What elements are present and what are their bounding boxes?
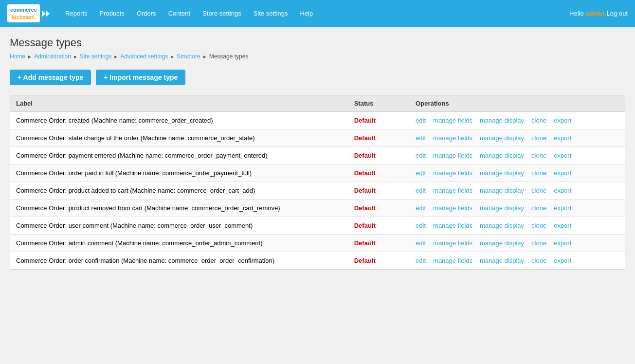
op-manage-display-link[interactable]: manage display xyxy=(480,204,524,212)
nav-orders[interactable]: Orders xyxy=(132,7,161,20)
op-export-link[interactable]: export xyxy=(554,257,571,264)
op-export-link[interactable]: export xyxy=(554,134,571,142)
op-clone-link[interactable]: clone xyxy=(531,169,546,177)
row-machine-name: (Machine name: commerce_order_admin_comm… xyxy=(115,239,263,247)
svg-marker-0 xyxy=(42,10,46,17)
op-manage-display-link[interactable]: manage display xyxy=(480,169,524,177)
label-cell: Commerce Order: order confirmation (Mach… xyxy=(10,252,348,270)
breadcrumb-home[interactable]: Home xyxy=(10,53,25,60)
row-label: Commerce Order: payment entered xyxy=(16,152,116,159)
status-cell: Default xyxy=(348,200,410,217)
status-badge: Default xyxy=(354,257,376,264)
op-manage-display-link[interactable]: manage display xyxy=(480,134,524,142)
op-manage-display-link[interactable]: manage display xyxy=(480,239,524,247)
op-manage-fields-link[interactable]: manage fields xyxy=(433,222,472,229)
op-clone-link[interactable]: clone xyxy=(531,257,546,264)
nav-reports[interactable]: Reports xyxy=(60,7,92,20)
add-message-type-button[interactable]: + Add message type xyxy=(10,70,91,85)
logout-link[interactable]: Log out xyxy=(607,10,628,17)
operations-cell: editmanage fieldsmanage displaycloneexpo… xyxy=(410,129,625,147)
op-clone-link[interactable]: clone xyxy=(531,117,546,124)
op-manage-fields-link[interactable]: manage fields xyxy=(433,152,472,159)
op-edit-link[interactable]: edit xyxy=(416,257,426,264)
status-cell: Default xyxy=(348,182,410,200)
op-edit-link[interactable]: edit xyxy=(416,187,426,194)
op-manage-fields-link[interactable]: manage fields xyxy=(433,169,472,177)
breadcrumb-structure[interactable]: Structure xyxy=(177,53,200,60)
op-export-link[interactable]: export xyxy=(554,117,571,124)
op-clone-link[interactable]: clone xyxy=(531,239,546,247)
operations-cell: editmanage fieldsmanage displaycloneexpo… xyxy=(410,164,625,182)
logo[interactable]: commerce kickstart. xyxy=(7,4,51,22)
status-cell: Default xyxy=(348,147,410,164)
op-manage-display-link[interactable]: manage display xyxy=(480,117,524,124)
label-cell: Commerce Order: payment entered (Machine… xyxy=(10,147,348,164)
row-label: Commerce Order: state change of the orde… xyxy=(16,134,139,142)
op-manage-fields-link[interactable]: manage fields xyxy=(433,257,472,264)
op-edit-link[interactable]: edit xyxy=(416,134,426,142)
nav-store-settings[interactable]: Store settings xyxy=(198,7,246,20)
row-label: Commerce Order: admin comment xyxy=(16,239,113,247)
breadcrumb-administration[interactable]: Administration xyxy=(34,53,71,60)
op-manage-display-link[interactable]: manage display xyxy=(480,222,524,229)
hello-text: Hello admin xyxy=(569,10,604,17)
row-label: Commerce Order: created xyxy=(16,117,90,124)
table-row: Commerce Order: order confirmation (Mach… xyxy=(10,252,625,270)
operations-cell: editmanage fieldsmanage displaycloneexpo… xyxy=(410,217,625,235)
op-clone-link[interactable]: clone xyxy=(531,152,546,159)
page-title: Message types xyxy=(10,36,625,49)
row-machine-name: (Machine name: commerce_order_user_comme… xyxy=(110,222,253,229)
op-edit-link[interactable]: edit xyxy=(416,239,426,247)
op-export-link[interactable]: export xyxy=(554,204,571,212)
operations-cell: editmanage fieldsmanage displaycloneexpo… xyxy=(410,147,625,164)
op-manage-fields-link[interactable]: manage fields xyxy=(433,239,472,247)
op-clone-link[interactable]: clone xyxy=(531,187,546,194)
op-edit-link[interactable]: edit xyxy=(416,117,426,124)
op-clone-link[interactable]: clone xyxy=(531,222,546,229)
status-badge: Default xyxy=(354,204,376,212)
op-edit-link[interactable]: edit xyxy=(416,222,426,229)
op-manage-fields-link[interactable]: manage fields xyxy=(433,187,472,194)
op-manage-display-link[interactable]: manage display xyxy=(480,257,524,264)
status-badge: Default xyxy=(354,187,376,194)
logo-arrows-icon xyxy=(41,6,51,21)
op-edit-link[interactable]: edit xyxy=(416,204,426,212)
table-row: Commerce Order: product added to cart (M… xyxy=(10,182,625,200)
op-manage-display-link[interactable]: manage display xyxy=(480,152,524,159)
breadcrumb-sep-1: ► xyxy=(27,54,32,59)
breadcrumb-current: Message types xyxy=(209,53,249,60)
nav-site-settings[interactable]: Site settings xyxy=(249,7,293,20)
op-edit-link[interactable]: edit xyxy=(416,152,426,159)
operations-cell: editmanage fieldsmanage displaycloneexpo… xyxy=(410,182,625,200)
table-header-row: Label Status Operations xyxy=(10,95,625,112)
nav-content[interactable]: Content xyxy=(163,7,196,20)
label-cell: Commerce Order: product removed from car… xyxy=(10,200,348,217)
status-badge: Default xyxy=(354,239,376,247)
op-edit-link[interactable]: edit xyxy=(416,169,426,177)
op-export-link[interactable]: export xyxy=(554,222,571,229)
breadcrumb-advanced-settings[interactable]: Advanced settings xyxy=(120,53,168,60)
op-manage-fields-link[interactable]: manage fields xyxy=(433,117,472,124)
row-label: Commerce Order: user comment xyxy=(16,222,109,229)
nav-links: Reports Products Orders Content Store se… xyxy=(60,7,569,20)
import-message-type-button[interactable]: + Import message type xyxy=(96,70,185,85)
breadcrumb-site-settings[interactable]: Site settings xyxy=(80,53,111,60)
table-row: Commerce Order: order paid in full (Mach… xyxy=(10,164,625,182)
op-export-link[interactable]: export xyxy=(554,239,571,247)
op-export-link[interactable]: export xyxy=(554,187,571,194)
op-manage-fields-link[interactable]: manage fields xyxy=(433,204,472,212)
status-cell: Default xyxy=(348,217,410,235)
op-manage-fields-link[interactable]: manage fields xyxy=(433,134,472,142)
op-clone-link[interactable]: clone xyxy=(531,134,546,142)
breadcrumb-sep-3: ► xyxy=(113,54,118,59)
status-badge: Default xyxy=(354,169,376,177)
operations-cell: editmanage fieldsmanage displaycloneexpo… xyxy=(410,252,625,270)
nav-products[interactable]: Products xyxy=(95,7,129,20)
op-clone-link[interactable]: clone xyxy=(531,204,546,212)
nav-help[interactable]: Help xyxy=(295,7,318,20)
op-manage-display-link[interactable]: manage display xyxy=(480,187,524,194)
op-export-link[interactable]: export xyxy=(554,152,571,159)
table-row: Commerce Order: created (Machine name: c… xyxy=(10,112,625,129)
status-cell: Default xyxy=(348,164,410,182)
op-export-link[interactable]: export xyxy=(554,169,571,177)
